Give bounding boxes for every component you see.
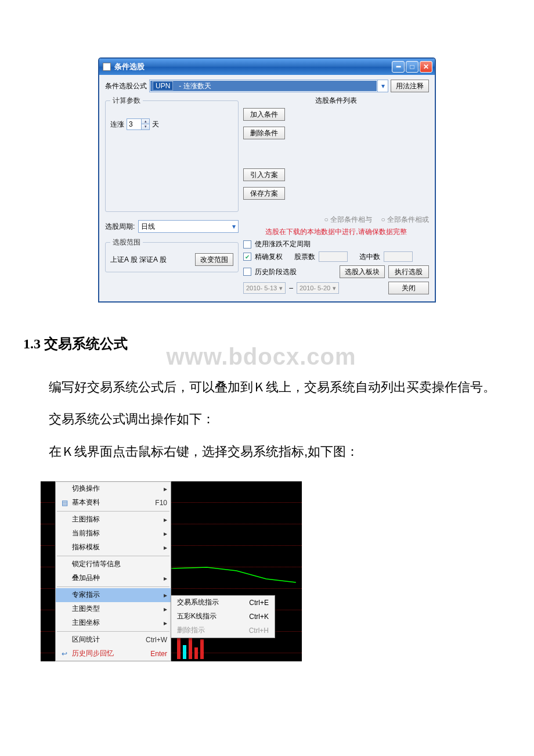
- paragraph: 交易系统公式调出操作如下：: [23, 407, 499, 431]
- maximize-button[interactable]: □: [406, 61, 418, 73]
- history-checkbox[interactable]: [243, 268, 251, 276]
- paragraph: 在Ｋ线界面点击鼠标右键，选择交易系统指标,如下图：: [23, 440, 499, 464]
- formula-name: - 连涨数天: [179, 81, 211, 91]
- param-prefix: 连涨: [110, 120, 124, 129]
- submenu-item[interactable]: 五彩K线指示Ctrl+K: [171, 610, 275, 624]
- to-block-button[interactable]: 选股入板块: [340, 265, 385, 278]
- chevron-right-icon: ▸: [159, 591, 167, 599]
- import-plan-button[interactable]: 引入方案: [243, 168, 285, 181]
- menu-item[interactable]: 专家指示▸: [56, 588, 171, 602]
- selected-box: [384, 251, 413, 262]
- menu-item[interactable]: ▤基本资料F10: [56, 496, 171, 510]
- titlebar[interactable]: 条件选股 ━ □ ✕: [99, 59, 435, 75]
- period-select[interactable]: 日线 ▾: [138, 220, 239, 233]
- menu-item[interactable]: 主图坐标▸: [56, 616, 171, 630]
- submenu-item[interactable]: 交易系统指示Ctrl+E: [171, 596, 275, 610]
- chevron-right-icon: ▸: [159, 516, 167, 524]
- condition-list-title: 选股条件列表: [243, 96, 429, 106]
- cycle-label: 使用涨跌不定周期: [255, 239, 311, 249]
- radio-and[interactable]: ○ 全部条件相与: [324, 215, 372, 224]
- delete-condition-button[interactable]: 删除条件: [243, 127, 285, 139]
- dialog-window: 条件选股 ━ □ ✕ 条件选股公式 UPN - 连涨数天 ▾ 用法注释 计算参数: [99, 58, 435, 302]
- chevron-right-icon: ▸: [159, 605, 167, 613]
- chevron-right-icon: ▸: [159, 543, 167, 552]
- range-text: 上证A 股 深证A 股: [110, 255, 167, 265]
- chevron-right-icon: ▸: [159, 530, 167, 538]
- execute-button[interactable]: 执行选股: [388, 265, 429, 278]
- param-suffix: 天: [152, 120, 159, 129]
- formula-code: UPN: [153, 81, 173, 91]
- menu-item[interactable]: 锁定行情等信息: [56, 557, 171, 571]
- range-legend: 选股范围: [110, 237, 143, 247]
- chart-area: 切换操作▸▤基本资料F10主图指标▸当前指标▸指标模板▸锁定行情等信息叠加品种▸…: [41, 481, 302, 661]
- warning-text: 选股在下载的本地数据中进行,请确保数据完整: [243, 227, 429, 237]
- close-button[interactable]: ✕: [420, 61, 432, 73]
- history-label: 历史阶段选股: [255, 267, 297, 277]
- chevron-down-icon[interactable]: ▾: [377, 80, 388, 92]
- date-from[interactable]: 2010- 5-13▾: [243, 282, 286, 294]
- change-range-button[interactable]: 改变范围: [195, 253, 233, 266]
- app-icon: [103, 63, 111, 71]
- chevron-right-icon: ▸: [159, 574, 167, 582]
- chevron-down-icon: ▾: [333, 285, 336, 292]
- paragraph: 编写好交易系统公式后，可以叠加到Ｋ线上，交易系统自动列出买卖操作信号。: [23, 375, 499, 399]
- cycle-checkbox[interactable]: [243, 240, 251, 249]
- menu-item[interactable]: 当前指标▸: [56, 527, 171, 541]
- formula-label: 条件选股公式: [105, 81, 147, 91]
- document-body: 1.3 交易系统公式 www.bdocx.com 编写好交易系统公式后，可以叠加…: [23, 331, 499, 464]
- context-submenu[interactable]: 交易系统指示Ctrl+E五彩K线指示Ctrl+K删除指示Ctrl+H: [171, 595, 275, 638]
- context-menu[interactable]: 切换操作▸▤基本资料F10主图指标▸当前指标▸指标模板▸锁定行情等信息叠加品种▸…: [55, 481, 171, 661]
- radio-or[interactable]: ○ 全部条件相或: [381, 215, 429, 224]
- period-value: 日线: [141, 222, 155, 232]
- section-heading: 1.3 交易系统公式: [23, 331, 499, 358]
- save-plan-button[interactable]: 保存方案: [243, 187, 285, 200]
- chevron-down-icon[interactable]: ▾: [232, 222, 236, 231]
- chevron-right-icon: ▸: [159, 485, 167, 493]
- menu-item[interactable]: 主图类型▸: [56, 602, 171, 616]
- spin-down-icon[interactable]: ▾: [141, 124, 149, 129]
- menu-item[interactable]: 指标模板▸: [56, 541, 171, 555]
- close-dialog-button[interactable]: 关闭: [388, 282, 429, 294]
- menu-item[interactable]: 区间统计Ctrl+W: [56, 633, 171, 647]
- fuquan-checkbox[interactable]: ✔: [243, 253, 251, 261]
- usage-button[interactable]: 用法注释: [391, 80, 429, 92]
- date-to[interactable]: 2010- 5-20▾: [297, 282, 339, 294]
- window-title: 条件选股: [114, 62, 392, 72]
- calc-params-group: 计算参数 连涨 ▴ ▾ 天: [105, 96, 239, 212]
- minimize-button[interactable]: ━: [392, 61, 405, 73]
- chevron-down-icon: ▾: [279, 285, 283, 292]
- submenu-item: 删除指示Ctrl+H: [171, 624, 275, 638]
- stock-count-box: [319, 251, 348, 262]
- spin-up-icon[interactable]: ▴: [141, 119, 149, 124]
- menu-item[interactable]: ↩历史同步回忆Enter: [56, 647, 171, 661]
- add-condition-button[interactable]: 加入条件: [243, 108, 285, 121]
- menu-item[interactable]: 叠加品种▸: [56, 571, 171, 585]
- range-group: 选股范围 上证A 股 深证A 股 改变范围: [105, 237, 239, 272]
- chevron-right-icon: ▸: [159, 619, 167, 627]
- menu-item[interactable]: 主图指标▸: [56, 513, 171, 527]
- period-label: 选股周期:: [105, 222, 135, 232]
- days-spinner[interactable]: ▴ ▾: [127, 118, 150, 130]
- formula-combo[interactable]: UPN - 连涨数天 ▾: [149, 80, 388, 92]
- days-input[interactable]: [127, 120, 141, 128]
- menu-item[interactable]: 切换操作▸: [56, 482, 171, 496]
- calc-params-legend: 计算参数: [110, 96, 143, 106]
- fuquan-label: 精确复权: [255, 252, 283, 262]
- stock-count-label: 股票数: [294, 252, 315, 262]
- selected-label: 选中数: [359, 252, 380, 262]
